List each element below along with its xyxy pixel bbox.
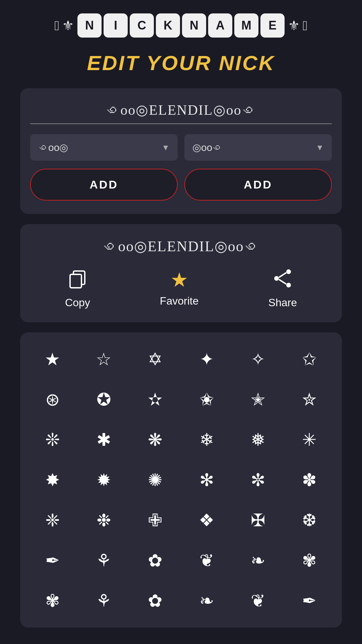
symbol-item[interactable]: ✩ — [293, 342, 326, 376]
deco-staff-left: ⚜ — [62, 18, 74, 33]
symbol-item[interactable]: ✻ — [190, 463, 224, 497]
symbol-item[interactable]: ✡ — [138, 342, 172, 376]
add-suffix-button[interactable]: ADD — [184, 169, 332, 201]
symbol-item[interactable]: ✿ — [138, 584, 172, 618]
letter-K: K — [156, 13, 180, 38]
symbol-item[interactable]: ✼ — [241, 463, 275, 497]
copy-icon — [67, 268, 87, 292]
add-buttons-row: ADD ADD — [30, 169, 332, 201]
nick-editor-card: ꩜oo◎ELENDIL◎oo꩜ ꩜oo◎ ▼ ◎oo꩜ ▼ ADD ADD — [20, 88, 342, 214]
favorite-button[interactable]: ★ Favorite — [160, 270, 199, 307]
share-label: Share — [268, 297, 297, 309]
symbol-item[interactable]: ✫ — [138, 383, 172, 416]
symbol-item[interactable]: ✿ — [138, 544, 172, 577]
favorite-label: Favorite — [160, 295, 199, 307]
symbol-item[interactable]: ✾ — [293, 544, 326, 577]
symbol-item[interactable]: ✾ — [36, 584, 69, 618]
svg-point-3 — [286, 283, 291, 287]
suffix-dropdown[interactable]: ◎oo꩜ ▼ — [184, 134, 332, 161]
deco-staff-right: ⚜ — [288, 18, 300, 33]
main-content: ꩜oo◎ELENDIL◎oo꩜ ꩜oo◎ ▼ ◎oo꩜ ▼ ADD ADD ꩜o… — [0, 88, 362, 628]
svg-line-6 — [279, 279, 286, 284]
symbol-item[interactable]: ⚘ — [87, 544, 121, 577]
favorite-icon: ★ — [170, 270, 188, 290]
prefix-arrow-icon: ▼ — [162, 143, 170, 152]
symbol-item[interactable]: ⚘ — [87, 584, 121, 618]
symbol-item[interactable]: ✳ — [293, 423, 326, 457]
header-deco-right: ⚜ 𓂀 — [288, 18, 308, 33]
preview-card: ꩜oo◎ELENDIL◎oo꩜ Copy ★ Favorite — [20, 224, 342, 322]
symbol-item[interactable]: ✧ — [241, 342, 275, 376]
letter-blocks: N I C K N A M E — [77, 13, 285, 38]
symbol-item[interactable]: ✱ — [87, 423, 121, 457]
symbol-item[interactable]: ❊ — [36, 423, 69, 457]
dropdowns-row: ꩜oo◎ ▼ ◎oo꩜ ▼ — [30, 134, 332, 161]
letter-M: M — [234, 13, 258, 38]
symbol-item[interactable]: ★ — [36, 342, 69, 376]
copy-button[interactable]: Copy — [65, 268, 90, 309]
page-title: EDIT YOUR NICK — [0, 44, 362, 88]
symbol-item[interactable]: ❆ — [293, 503, 326, 537]
symbol-item[interactable]: ❄ — [190, 423, 224, 457]
nick-input-wrapper[interactable]: ꩜oo◎ELENDIL◎oo꩜ — [30, 102, 332, 124]
letter-A: A — [208, 13, 232, 38]
symbol-item[interactable]: ❅ — [241, 423, 275, 457]
symbol-item[interactable]: ✹ — [87, 463, 121, 497]
letter-I: I — [104, 13, 128, 38]
symbols-grid-card: ★☆✡✦✧✩⊛✪✫✬✭✮❊✱❋❄❅✳✸✹✺✻✼✽❈❉✙❖✠❆✒⚘✿❦❧✾✾⚘✿❧… — [20, 332, 342, 628]
symbols-grid: ★☆✡✦✧✩⊛✪✫✬✭✮❊✱❋❄❅✳✸✹✺✻✼✽❈❉✙❖✠❆✒⚘✿❦❧✾✾⚘✿❧… — [30, 342, 332, 618]
prefix-value: ꩜oo◎ — [38, 142, 68, 153]
share-button[interactable]: Share — [268, 268, 297, 309]
symbol-item[interactable]: ✺ — [138, 463, 172, 497]
share-icon — [273, 268, 293, 292]
symbol-item[interactable]: ❈ — [36, 503, 69, 537]
symbol-item[interactable]: ⊛ — [36, 383, 69, 416]
symbol-item[interactable]: ☆ — [87, 342, 121, 376]
header-deco-left: 𓂀 ⚜ — [54, 18, 74, 33]
symbol-item[interactable]: ❋ — [138, 423, 172, 457]
symbol-item[interactable]: ✬ — [190, 383, 224, 416]
svg-line-5 — [279, 273, 286, 277]
symbol-item[interactable]: ❖ — [190, 503, 224, 537]
copy-label: Copy — [65, 297, 90, 309]
symbol-item[interactable]: ❧ — [241, 544, 275, 577]
symbol-item[interactable]: ✒ — [293, 584, 326, 618]
symbol-item[interactable]: ❧ — [190, 584, 224, 618]
symbol-item[interactable]: ❦ — [190, 544, 224, 577]
header: 𓂀 ⚜ N I C K N A M E ⚜ 𓂀 — [0, 0, 362, 44]
suffix-arrow-icon: ▼ — [316, 143, 324, 152]
letter-N: N — [77, 13, 102, 38]
action-buttons-row: Copy ★ Favorite Share — [30, 268, 332, 309]
symbol-item[interactable]: ❉ — [87, 503, 121, 537]
svg-rect-1 — [70, 274, 81, 288]
symbol-item[interactable]: ✭ — [241, 383, 275, 416]
letter-N2: N — [182, 13, 206, 38]
deco-left-icon: 𓂀 — [54, 18, 59, 33]
nick-input-display[interactable]: ꩜oo◎ELENDIL◎oo꩜ — [30, 102, 332, 118]
deco-right-icon: 𓂀 — [303, 18, 308, 33]
symbol-item[interactable]: ✸ — [36, 463, 69, 497]
symbol-item[interactable]: ✦ — [190, 342, 224, 376]
symbol-item[interactable]: ❦ — [241, 584, 275, 618]
letter-C: C — [130, 13, 154, 38]
svg-point-2 — [286, 269, 291, 274]
preview-nick-text: ꩜oo◎ELENDIL◎oo꩜ — [30, 237, 332, 255]
symbol-item[interactable]: ✮ — [293, 383, 326, 416]
prefix-dropdown[interactable]: ꩜oo◎ ▼ — [30, 134, 178, 161]
add-prefix-button[interactable]: ADD — [30, 169, 178, 201]
symbol-item[interactable]: ✽ — [293, 463, 326, 497]
symbol-item[interactable]: ✙ — [138, 503, 172, 537]
svg-point-4 — [274, 276, 279, 281]
symbol-item[interactable]: ✒ — [36, 544, 69, 577]
symbol-item[interactable]: ✪ — [87, 383, 121, 416]
letter-E: E — [260, 13, 285, 38]
suffix-value: ◎oo꩜ — [192, 142, 222, 153]
symbol-item[interactable]: ✠ — [241, 503, 275, 537]
